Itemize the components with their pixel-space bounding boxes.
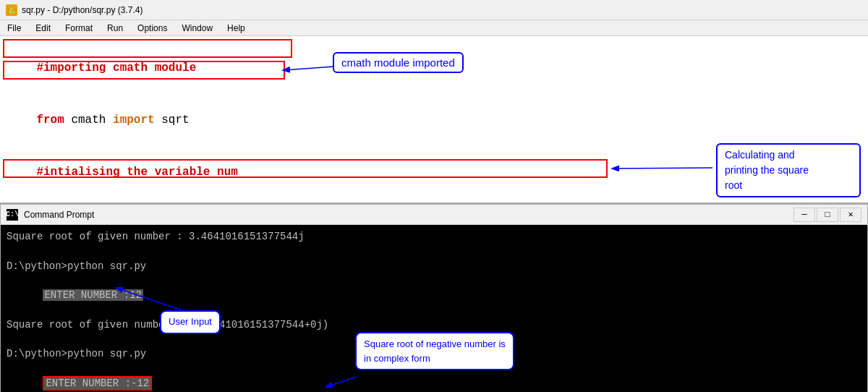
menu-bar: File Edit Format Run Options Window Help [0, 20, 868, 36]
cmd-controls: — □ ✕ [793, 208, 861, 222]
title-bar: 🐍 sqr.py - D:/python/sqr.py (3.7.4) [0, 0, 868, 20]
code-line-1: #importing cmath module [9, 42, 859, 94]
code-editor[interactable]: #importing cmath module from cmath impor… [0, 36, 868, 204]
title-bar-text: sqr.py - D:/python/sqr.py (3.7.4) [22, 5, 142, 15]
menu-edit[interactable]: Edit [34, 23, 52, 33]
cmd-blank-1 [7, 244, 861, 258]
cmd-maximize-button[interactable]: □ [817, 208, 838, 222]
cmd-title-bar: C:\ Command Prompt — □ ✕ [1, 205, 867, 225]
cmd-output-line-0: Square root of given number : 3.46410161… [7, 229, 861, 244]
cmd-window: C:\ Command Prompt — □ ✕ Square root of … [0, 204, 868, 392]
menu-window[interactable]: Window [180, 23, 214, 33]
menu-help[interactable]: Help [226, 23, 247, 33]
cmd-icon: C:\ [7, 209, 18, 221]
cmd-title-left: C:\ Command Prompt [7, 209, 94, 221]
menu-file[interactable]: File [6, 23, 22, 33]
app-icon: 🐍 [6, 4, 17, 16]
menu-options[interactable]: Options [136, 23, 169, 33]
cmd-close-button[interactable]: ✕ [840, 208, 861, 222]
cmd-body: Square root of given number : 3.46410161… [1, 225, 867, 392]
cmd-prompt-line-1: D:\python>python sqr.py [7, 259, 861, 273]
cmd-output-line-1: Square root of given number : (3.4641016… [7, 318, 861, 332]
cmd-minimize-button[interactable]: — [793, 208, 815, 222]
menu-run[interactable]: Run [106, 23, 124, 33]
menu-format[interactable]: Format [64, 23, 94, 33]
red-box-print [3, 159, 608, 178]
code-line-4: num=float(input("ENTER NUMBER :")) [9, 198, 859, 204]
cmd-title-text: Command Prompt [24, 210, 94, 220]
code-line-2: from cmath import sqrt [9, 94, 859, 146]
annotation-calc-print: Calculating andprinting the squareroot [716, 143, 861, 197]
annotation-user-input: User Input [160, 310, 221, 334]
cmd-input-line-1: ENTER NUMBER :12 [7, 273, 861, 318]
annotation-complex-form: Square root of negative number isin comp… [355, 332, 514, 370]
